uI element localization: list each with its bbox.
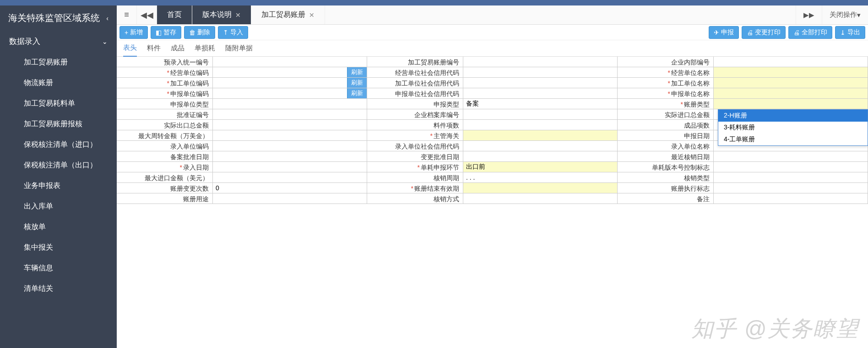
tab-current[interactable]: 加工贸易账册✕ — [251, 5, 325, 24]
dropdown-option[interactable]: 4-工单账册 — [718, 134, 868, 145]
tab-version[interactable]: 版本说明✕ — [192, 5, 251, 24]
input[interactable] — [463, 162, 617, 172]
import-button[interactable]: ⤒导入 — [218, 26, 248, 39]
add-button[interactable]: +新增 — [119, 26, 148, 39]
menu-icon[interactable]: ≡ — [117, 5, 137, 24]
sidebar-item-11[interactable]: 清单结关 — [0, 278, 117, 299]
field-label: 加工贸易账册编号 — [367, 57, 463, 67]
input[interactable] — [714, 193, 868, 203]
delete-button[interactable]: 🗑删除 — [184, 26, 215, 39]
field-input — [212, 182, 367, 193]
dropdown-option[interactable]: 3-耗料账册 — [718, 122, 868, 134]
subtab-3[interactable]: 单损耗 — [195, 40, 215, 56]
input[interactable] — [213, 193, 367, 203]
input[interactable] — [463, 183, 617, 193]
app-title-text: 海关特殊监管区域系统 — [8, 12, 100, 24]
input[interactable] — [714, 172, 868, 182]
input[interactable] — [714, 78, 868, 88]
upload-icon: ⤒ — [223, 29, 228, 36]
input[interactable] — [213, 172, 367, 182]
input[interactable] — [463, 88, 617, 98]
input[interactable] — [714, 67, 868, 77]
print-change-button[interactable]: 🖨变更打印 — [742, 26, 786, 39]
input[interactable] — [463, 120, 617, 130]
close-operations-menu[interactable]: 关闭操作 ▾ — [822, 5, 868, 24]
input[interactable] — [213, 57, 367, 67]
input[interactable] — [463, 130, 617, 140]
download-icon: ⤓ — [840, 29, 846, 36]
form-area: 预录入统一编号加工贸易账册编号企业内部编号*经营单位编码刷新经营单位社会信用代码… — [117, 57, 868, 348]
field-label: 账册执行标志 — [617, 182, 714, 193]
sidebar-item-7[interactable]: 出入库单 — [0, 196, 117, 217]
input[interactable] — [213, 78, 347, 88]
print-all-button[interactable]: 🖨全部打印 — [788, 26, 832, 39]
input[interactable] — [213, 183, 367, 193]
sidebar-section-data-entry[interactable]: 数据录入 ⌄ — [0, 31, 117, 52]
input[interactable] — [213, 141, 367, 151]
input[interactable] — [463, 78, 617, 88]
sidebar-item-1[interactable]: 物流账册 — [0, 73, 117, 93]
sidebar-item-9[interactable]: 集中报关 — [0, 237, 117, 258]
input[interactable] — [714, 99, 868, 109]
field-label: 加工单位社会信用代码 — [367, 77, 463, 88]
input[interactable] — [463, 57, 617, 67]
input[interactable] — [714, 151, 868, 161]
close-icon[interactable]: ✕ — [235, 11, 241, 19]
save-button[interactable]: ◧暂存 — [151, 26, 181, 39]
declare-button[interactable]: ✈申报 — [709, 26, 739, 39]
tab-scroll-right-icon[interactable]: ▶▶ — [796, 5, 822, 24]
dropdown-option[interactable]: 2-H账册 — [718, 110, 868, 122]
field-label: *账册结束有效期 — [367, 182, 463, 193]
plus-icon: + — [125, 29, 128, 36]
input[interactable] — [463, 151, 617, 161]
input[interactable] — [213, 130, 367, 140]
input[interactable] — [463, 141, 617, 151]
field-label: *加工单位名称 — [617, 77, 714, 88]
refresh-button[interactable]: 刷新 — [347, 67, 367, 77]
account-type-dropdown[interactable]: 2-H账册3-耗料账册4-工单账册 — [718, 109, 868, 146]
input[interactable] — [714, 88, 868, 98]
tab-home[interactable]: 首页 — [157, 5, 192, 24]
input[interactable] — [463, 67, 617, 77]
subtab-0[interactable]: 表头 — [123, 40, 137, 57]
tab-version-label: 版本说明 — [202, 10, 232, 20]
collapse-sidebar-icon[interactable]: ‹ — [106, 15, 108, 22]
field-input — [713, 182, 868, 193]
input[interactable] — [213, 88, 347, 98]
field-input — [463, 130, 618, 141]
subtab-4[interactable]: 随附单据 — [225, 40, 253, 56]
sidebar-item-3[interactable]: 加工贸易账册报核 — [0, 114, 117, 134]
input[interactable] — [463, 109, 617, 119]
input[interactable] — [213, 120, 367, 130]
tab-current-label: 加工贸易账册 — [261, 10, 305, 20]
subtab-1[interactable]: 料件 — [147, 40, 161, 56]
sidebar-item-10[interactable]: 车辆信息 — [0, 258, 117, 278]
field-label: 最近核销日期 — [617, 151, 714, 162]
close-icon[interactable]: ✕ — [309, 11, 315, 19]
sidebar-item-4[interactable]: 保税核注清单（进口） — [0, 134, 117, 155]
refresh-button[interactable]: 刷新 — [347, 78, 367, 88]
input[interactable] — [463, 193, 617, 203]
field-label: 实际进口总金额 — [617, 109, 714, 120]
input[interactable] — [213, 151, 367, 161]
input[interactable] — [213, 99, 367, 109]
sidebar-item-0[interactable]: 加工贸易账册 — [0, 52, 117, 73]
caret-down-icon: ▾ — [857, 11, 861, 19]
input[interactable] — [213, 67, 347, 77]
input[interactable] — [463, 172, 617, 182]
sidebar-item-2[interactable]: 加工贸易耗料单 — [0, 93, 117, 114]
subtab-2[interactable]: 成品 — [171, 40, 184, 56]
sidebar-item-8[interactable]: 核放单 — [0, 217, 117, 237]
input[interactable] — [714, 57, 868, 67]
refresh-button[interactable]: 刷新 — [347, 88, 367, 98]
sidebar-item-6[interactable]: 业务申报表 — [0, 176, 117, 196]
input[interactable] — [714, 183, 868, 193]
input[interactable] — [213, 109, 367, 119]
tab-scroll-left-icon[interactable]: ◀◀ — [137, 5, 157, 24]
sidebar-item-5[interactable]: 保税核注清单（出口） — [0, 155, 117, 176]
input[interactable] — [714, 162, 868, 172]
field-label: *经营单位编码 — [117, 67, 213, 78]
input[interactable] — [463, 99, 617, 109]
input[interactable] — [213, 162, 367, 172]
export-button[interactable]: ⤓导出 — [835, 26, 865, 39]
